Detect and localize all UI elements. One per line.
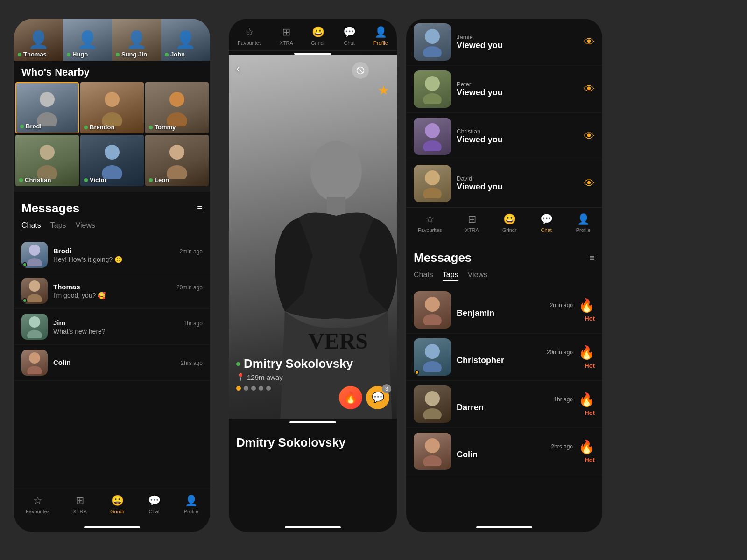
view-item-jamie[interactable]: Jamie Viewed you 👁 <box>406 19 602 66</box>
tab-views[interactable]: Views <box>76 221 95 231</box>
top-profile-thomas[interactable]: 👤 Thomas <box>14 19 63 61</box>
view-item-david[interactable]: David Viewed you 👁 <box>406 160 602 207</box>
fire-icon: 🔥 <box>578 345 595 360</box>
tap-item-darren[interactable]: 1hr ago Darren 🔥 Hot <box>406 381 602 428</box>
nav-chat[interactable]: 💬 Chat <box>540 213 553 233</box>
favourite-button[interactable]: ★ <box>378 83 389 98</box>
view-avatar-jamie <box>414 23 451 61</box>
nav-label: Chat <box>344 40 355 46</box>
view-info: Christian Viewed you <box>457 128 578 145</box>
nav-favourites[interactable]: ☆ Favourites <box>26 495 49 514</box>
tap-name: Benjamin <box>457 308 573 318</box>
nearby-item-brodi[interactable]: Brodi <box>15 82 79 133</box>
svg-text:VERS: VERS <box>308 329 368 353</box>
nearby-item-christian[interactable]: Christian <box>15 135 79 186</box>
top-profile-john[interactable]: 👤 John <box>161 19 210 61</box>
view-action: Viewed you <box>457 135 578 145</box>
tab-chats[interactable]: Chats <box>21 221 41 231</box>
nearby-item-leon[interactable]: Leon <box>145 135 209 186</box>
nav-chat[interactable]: 💬 Chat <box>148 495 161 514</box>
svg-point-12 <box>29 245 40 256</box>
dot-4 <box>259 386 263 391</box>
tab-views[interactable]: Views <box>468 271 487 281</box>
svg-point-10 <box>169 145 184 160</box>
chat-time: 2min ago <box>180 248 203 255</box>
view-avatar-david <box>414 165 451 202</box>
online-indicator <box>67 53 70 56</box>
tab-taps[interactable]: Taps <box>50 221 66 231</box>
filter-icon[interactable]: ≡ <box>197 203 203 214</box>
tap-time: 20min ago <box>457 349 573 356</box>
center-home-indicator-mid <box>289 421 336 423</box>
nav-grindr[interactable]: 😀 Grindr <box>502 213 517 233</box>
top-profile-hugo[interactable]: 👤 Hugo <box>63 19 112 61</box>
fire-icon: 🔥 <box>578 392 595 407</box>
tab-chats[interactable]: Chats <box>414 271 433 281</box>
distance-text: 129m away <box>247 373 283 381</box>
tap-right: 🔥 Hot <box>578 439 595 463</box>
action-buttons: 🔥 💬 3 <box>339 386 389 409</box>
nav-chat[interactable]: 💬 Chat <box>343 26 356 46</box>
messages-tabs: Chats Taps Views <box>14 221 210 237</box>
tap-time: 2min ago <box>457 302 573 308</box>
svg-point-35 <box>425 344 440 359</box>
top-profile-sung[interactable]: 👤 Sung Jin <box>112 19 161 61</box>
right-phone: Jamie Viewed you 👁 Peter Viewed you 👁 <box>406 19 602 532</box>
star-icon: ☆ <box>425 213 435 225</box>
block-button[interactable] <box>352 62 369 79</box>
back-button[interactable]: ‹ <box>236 62 240 75</box>
chat-content: Jim 1hr ago What's new here? <box>53 319 203 335</box>
online-indicator <box>116 53 120 56</box>
fire-button[interactable]: 🔥 <box>339 386 362 409</box>
online-dot <box>22 298 27 303</box>
dot-1 <box>236 386 241 391</box>
nav-profile[interactable]: 👤 Profile <box>374 26 388 46</box>
nav-label: Favourites <box>26 509 49 514</box>
chat-name: Jim <box>53 319 65 327</box>
nav-grindr[interactable]: 😀 Grindr <box>311 26 325 46</box>
view-avatar-christian <box>414 118 451 155</box>
chat-avatar-colin <box>21 350 48 376</box>
tap-content: 2min ago Benjamin <box>457 302 573 318</box>
xtra-icon: ⊞ <box>468 213 476 225</box>
svg-point-15 <box>27 294 42 302</box>
chat-time: 2hrs ago <box>181 360 203 366</box>
nav-favourites[interactable]: ☆ Favourites <box>418 213 442 233</box>
profile-name: Thomas <box>23 51 47 58</box>
nearby-name: Christian <box>25 176 51 183</box>
svg-point-18 <box>29 352 40 364</box>
tap-item-christopher[interactable]: 20min ago Christopher 🔥 Hot <box>406 334 602 381</box>
eye-icon: 👁 <box>584 83 595 96</box>
view-item-christian[interactable]: Christian Viewed you 👁 <box>406 113 602 160</box>
chat-time: 20min ago <box>176 284 203 291</box>
chat-time: 1hr ago <box>183 320 203 327</box>
tap-item-benjamin[interactable]: 2min ago Benjamin 🔥 Hot <box>406 287 602 334</box>
chat-name: Brodi <box>53 247 71 255</box>
profile-view: VERS ‹ ★ Dmitry Sokolovsky 📍 <box>229 55 397 419</box>
nav-xtra[interactable]: ⊞ XTRA <box>280 26 293 46</box>
chat-item[interactable]: Brodi 2min ago Hey! How's it going? 🙂 <box>14 237 210 273</box>
nearby-item-tommy[interactable]: Tommy <box>145 82 209 133</box>
nav-profile[interactable]: 👤 Profile <box>576 213 591 233</box>
chat-item[interactable]: Thomas 20min ago I'm good, you? 🥰 <box>14 273 210 309</box>
message-button[interactable]: 💬 3 <box>366 386 389 409</box>
nav-grindr[interactable]: 😀 Grindr <box>110 495 125 514</box>
nearby-item-victor[interactable]: Victor <box>80 135 144 186</box>
view-item-peter[interactable]: Peter Viewed you 👁 <box>406 66 602 113</box>
svg-point-8 <box>105 145 120 160</box>
chat-item[interactable]: Colin 2hrs ago <box>14 345 210 381</box>
chat-list: Brodi 2min ago Hey! How's it going? 🙂 Th… <box>14 237 210 381</box>
chat-item[interactable]: Jim 1hr ago What's new here? <box>14 309 210 345</box>
nav-profile[interactable]: 👤 Profile <box>184 495 198 514</box>
nav-xtra[interactable]: ⊞ XTRA <box>465 213 479 233</box>
xtra-icon: ⊞ <box>282 26 290 38</box>
svg-point-30 <box>423 140 442 151</box>
tap-item-colin[interactable]: 2hrs ago Colin 🔥 Hot <box>406 428 602 475</box>
filter-icon[interactable]: ≡ <box>589 252 595 263</box>
chat-avatar-brodi <box>21 242 48 268</box>
nearby-item-brendon[interactable]: Brendon <box>80 82 144 133</box>
home-indicator <box>476 526 532 528</box>
nav-xtra[interactable]: ⊞ XTRA <box>73 495 87 514</box>
nav-favourites[interactable]: ☆ Favourites <box>238 26 261 46</box>
tab-taps[interactable]: Taps <box>443 271 458 281</box>
